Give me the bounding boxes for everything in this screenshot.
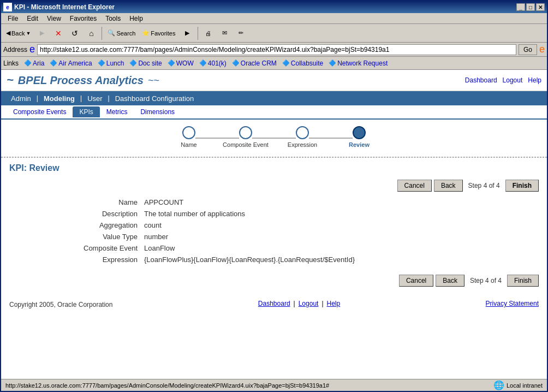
separator-2 <box>198 27 198 40</box>
browser-window: e KPI - Microsoft Internet Explorer _ □ … <box>0 0 548 392</box>
stop-button[interactable]: ✕ <box>51 26 66 41</box>
footer-help-link[interactable]: Help <box>327 300 341 307</box>
link-networkrequest-icon: 🔷 <box>329 60 336 67</box>
label-expression: Expression <box>62 256 144 264</box>
media-button[interactable]: ▶ <box>180 26 195 41</box>
status-url: http://stake12.us.oracle.com:7777/bam/pa… <box>5 382 493 389</box>
close-button[interactable]: ✕ <box>536 3 545 11</box>
bottom-finish-button[interactable]: Finish <box>507 275 539 287</box>
home-button[interactable]: ⌂ <box>84 26 99 41</box>
form-row-aggregation: Aggregation count <box>62 221 486 229</box>
footer-dashboard-link[interactable]: Dashboard <box>258 300 290 307</box>
sub-nav: Composite Events KPIs Metrics Dimensions <box>1 105 547 120</box>
menu-favorites[interactable]: Favorites <box>65 14 101 23</box>
step-review-circle <box>353 126 366 139</box>
step-composite-circle <box>239 126 252 139</box>
form-table: Name APPCOUNT Description The total numb… <box>62 198 486 264</box>
home-icon: ⌂ <box>89 29 93 38</box>
nav-sep-1: | <box>35 94 39 102</box>
footer-logout-link[interactable]: Logout <box>299 300 319 307</box>
link-ocrm[interactable]: 🔷 Oracle CRM <box>230 59 279 68</box>
step-expression-circle <box>296 126 309 139</box>
top-back-button[interactable]: Back <box>434 180 463 192</box>
link-ocrm-label: Oracle CRM <box>241 60 277 67</box>
link-aria[interactable]: 🔷 Aria <box>22 59 46 68</box>
link-america-icon: 🔷 <box>50 60 57 67</box>
link-wow[interactable]: 🔷 WOW <box>165 59 196 68</box>
back-button[interactable]: ◀ Back ▼ <box>3 26 33 41</box>
bottom-back-button[interactable]: Back <box>436 275 464 287</box>
link-lunch[interactable]: 🔷 Lunch <box>96 59 127 68</box>
bottom-cancel-button[interactable]: Cancel <box>399 275 433 287</box>
address-label: Address <box>3 46 27 54</box>
link-docsite-label: Doc site <box>138 60 162 67</box>
privacy-link[interactable]: Privacy Statement <box>486 300 539 307</box>
link-america[interactable]: 🔷 Air America <box>47 59 94 68</box>
page-content: KPI: Review Cancel Back Step 4 of 4 Fini… <box>1 158 547 379</box>
nav-modeling[interactable]: Modeling <box>39 93 79 104</box>
value-name: APPCOUNT <box>144 198 183 206</box>
wizard-steps: Name Composite Event Expression Review <box>1 120 547 157</box>
nav-admin[interactable]: Admin <box>7 93 35 104</box>
header-help-link[interactable]: Help <box>528 76 541 84</box>
top-finish-button[interactable]: Finish <box>505 180 539 192</box>
favorites-icon: ⭐ <box>142 29 150 37</box>
minimize-button[interactable]: _ <box>516 3 525 11</box>
content-area: ~ BPEL Process Analytics ~~ Dashboard Lo… <box>1 70 547 379</box>
nav-user[interactable]: User <box>83 93 106 104</box>
step-line-1 <box>195 138 239 139</box>
step-name-wrapper: Name <box>182 126 195 150</box>
ie-status-icon: 🌐 <box>493 380 504 390</box>
nav-dashboard-config[interactable]: Dashboard Configuration <box>111 93 199 104</box>
nav-sep-2: | <box>79 94 83 102</box>
link-401k[interactable]: 🔷 401(k) <box>197 59 229 68</box>
menu-file[interactable]: File <box>3 14 22 23</box>
menu-edit[interactable]: Edit <box>22 14 43 23</box>
print-button[interactable]: 🖨 <box>201 26 216 41</box>
header-logout-link[interactable]: Logout <box>503 76 523 84</box>
step-name-circle <box>182 126 195 139</box>
forward-button[interactable]: ▶ <box>34 26 50 41</box>
maximize-button[interactable]: □ <box>526 3 535 11</box>
subnav-composite-events[interactable]: Composite Events <box>7 106 73 117</box>
menu-tools[interactable]: Tools <box>101 14 125 23</box>
address-input[interactable] <box>37 44 516 55</box>
step-line-3 <box>309 138 353 139</box>
menu-bar: File Edit View Favorites Tools Help <box>1 13 547 24</box>
mail-icon: ✉ <box>222 29 227 37</box>
link-docsite[interactable]: 🔷 Doc site <box>127 59 164 68</box>
step-name-label: Name <box>181 141 196 148</box>
title-bar: e KPI - Microsoft Internet Explorer _ □ … <box>1 1 547 13</box>
bpel-logo: BPEL Process Analytics <box>18 74 144 87</box>
favorites-button[interactable]: ⭐ Favorites <box>139 26 178 41</box>
step-review-wrapper: Review <box>353 126 366 150</box>
edit-button[interactable]: ✏ <box>234 26 249 41</box>
link-401k-icon: 🔷 <box>199 60 207 67</box>
link-networkrequest[interactable]: 🔷 Network Request <box>326 59 390 68</box>
value-aggregation: count <box>144 221 162 229</box>
ie-e-icon: e <box>29 44 35 55</box>
subnav-metrics[interactable]: Metrics <box>100 106 134 117</box>
links-label: Links <box>3 60 19 67</box>
value-description: The total number of applications <box>144 210 245 218</box>
back-arrow-icon: ◀ <box>6 29 10 37</box>
logo-swoosh-icon: ~ <box>7 73 14 87</box>
go-button[interactable]: Go <box>519 44 537 55</box>
subnav-dimensions[interactable]: Dimensions <box>134 106 181 117</box>
ie-icon: e <box>3 3 12 11</box>
link-networkrequest-label: Network Request <box>337 60 388 67</box>
top-cancel-button[interactable]: Cancel <box>397 180 432 192</box>
back-label: Back <box>11 30 25 37</box>
menu-view[interactable]: View <box>43 14 65 23</box>
refresh-icon: ↺ <box>72 29 78 38</box>
ie-logo-icon: e <box>539 44 545 55</box>
header-dashboard-link[interactable]: Dashboard <box>465 76 497 84</box>
refresh-button[interactable]: ↺ <box>67 26 82 41</box>
page-footer: Copyright 2005, Oracle Corporation Dashb… <box>9 293 539 308</box>
menu-help[interactable]: Help <box>125 14 147 23</box>
step-review-label: Review <box>349 141 370 148</box>
mail-button[interactable]: ✉ <box>217 26 233 41</box>
subnav-kpis[interactable]: KPIs <box>73 106 99 117</box>
link-collabsuite[interactable]: 🔷 Collabsuite <box>280 59 325 68</box>
search-button[interactable]: 🔍 Search <box>105 26 138 41</box>
